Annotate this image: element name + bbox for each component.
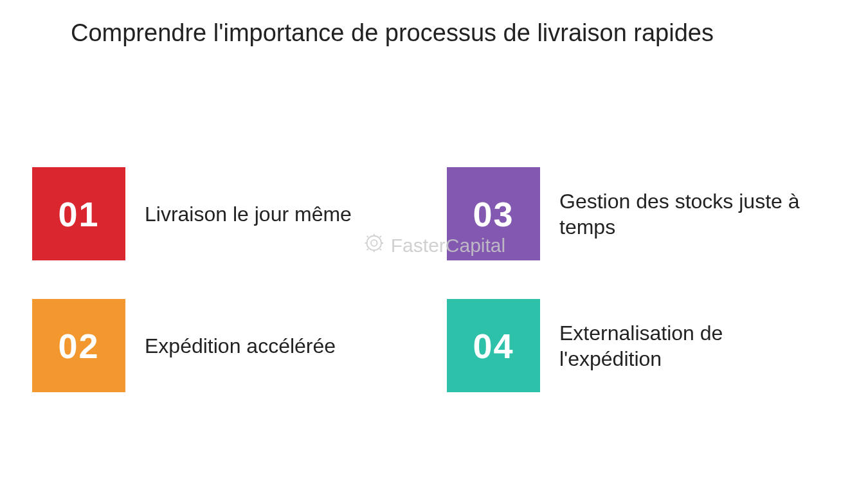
- item-label: Gestion des stocks juste à temps: [559, 188, 804, 240]
- page-title: Comprendre l'importance de processus de …: [0, 0, 868, 47]
- list-item: 04 Externalisation de l'expédition: [447, 299, 836, 392]
- item-label: Livraison le jour même: [145, 201, 352, 227]
- item-label: Externalisation de l'expédition: [559, 320, 804, 372]
- item-label: Expédition accélérée: [145, 333, 336, 359]
- number-badge: 03: [447, 167, 540, 260]
- list-item: 02 Expédition accélérée: [32, 299, 421, 392]
- items-grid: 01 Livraison le jour même 03 Gestion des…: [32, 167, 836, 392]
- list-item: 01 Livraison le jour même: [32, 167, 421, 260]
- list-item: 03 Gestion des stocks juste à temps: [447, 167, 836, 260]
- number-badge: 02: [32, 299, 125, 392]
- number-badge: 01: [32, 167, 125, 260]
- number-badge: 04: [447, 299, 540, 392]
